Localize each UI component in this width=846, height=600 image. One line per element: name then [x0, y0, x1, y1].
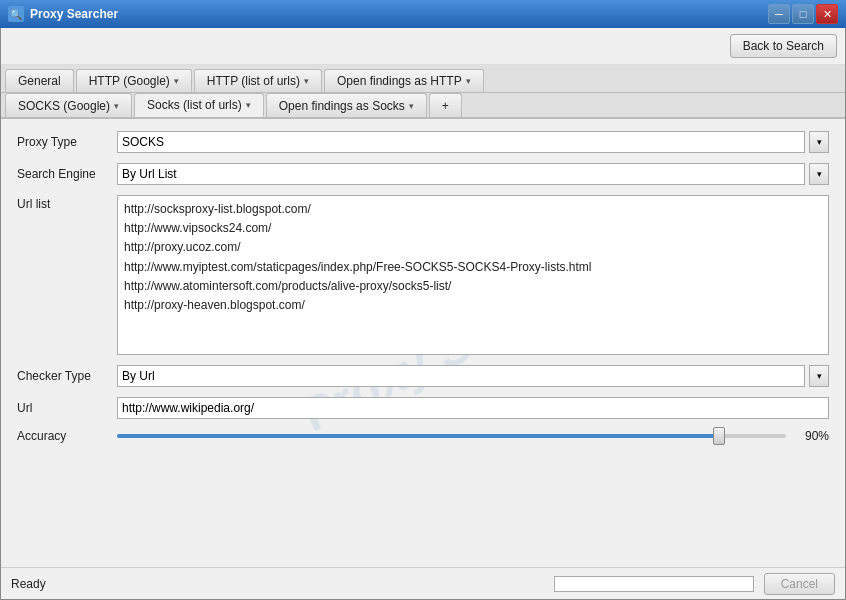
slider-track	[117, 434, 719, 438]
list-item: http://www.myiptest.com/staticpages/inde…	[124, 258, 822, 277]
maximize-button[interactable]: □	[792, 4, 814, 24]
url-list-row: Url list http://socksproxy-list.blogspot…	[17, 195, 829, 355]
list-item: http://proxy-heaven.blogspot.com/	[124, 296, 822, 315]
status-text: Ready	[11, 577, 46, 591]
list-item: http://proxy.ucoz.com/	[124, 238, 822, 257]
checker-type-select[interactable]: By Url By Speed None	[117, 365, 805, 387]
accuracy-row: Accuracy 90%	[17, 429, 829, 443]
close-button[interactable]: ✕	[816, 4, 838, 24]
list-item: http://www.vipsocks24.com/	[124, 219, 822, 238]
accuracy-value: 90%	[794, 429, 829, 443]
tab-http-google-arrow: ▾	[174, 76, 179, 86]
list-item: http://www.atomintersoft.com/products/al…	[124, 277, 822, 296]
tab-socks-urls[interactable]: Socks (list of urls) ▾	[134, 93, 264, 117]
tab-http-google[interactable]: HTTP (Google) ▾	[76, 69, 192, 92]
tab-open-socks[interactable]: Open findings as Socks ▾	[266, 93, 427, 117]
proxy-type-row: Proxy Type SOCKS HTTP HTTPS ▾	[17, 131, 829, 153]
title-bar-title: Proxy Searcher	[30, 7, 118, 21]
progress-bar	[554, 576, 754, 592]
list-item: http://socksproxy-list.blogspot.com/	[124, 200, 822, 219]
title-bar: 🔍 Proxy Searcher ─ □ ✕	[0, 0, 846, 28]
url-list-label: Url list	[17, 195, 117, 211]
cancel-button[interactable]: Cancel	[764, 573, 835, 595]
tab-plus[interactable]: +	[429, 93, 462, 117]
search-engine-select[interactable]: By Url List Google Bing	[117, 163, 805, 185]
slider-thumb[interactable]	[713, 427, 725, 445]
tab-open-http-arrow: ▾	[466, 76, 471, 86]
tab-socks-google-arrow: ▾	[114, 101, 119, 111]
proxy-type-label: Proxy Type	[17, 135, 117, 149]
back-to-search-button[interactable]: Back to Search	[730, 34, 837, 58]
checker-type-label: Checker Type	[17, 369, 117, 383]
search-engine-extra-arrow[interactable]: ▾	[809, 163, 829, 185]
tab-http-urls-arrow: ▾	[304, 76, 309, 86]
search-engine-row: Search Engine By Url List Google Bing ▾	[17, 163, 829, 185]
accuracy-label: Accuracy	[17, 429, 117, 443]
tab-socks-urls-arrow: ▾	[246, 100, 251, 110]
proxy-type-extra-arrow[interactable]: ▾	[809, 131, 829, 153]
accuracy-slider[interactable]	[117, 434, 786, 438]
minimize-button[interactable]: ─	[768, 4, 790, 24]
tab-http-urls[interactable]: HTTP (list of urls) ▾	[194, 69, 322, 92]
tabs-row2: SOCKS (Google) ▾ Socks (list of urls) ▾ …	[1, 93, 845, 119]
toolbar: Back to Search	[1, 28, 845, 65]
tabs-row1: General HTTP (Google) ▾ HTTP (list of ur…	[1, 65, 845, 93]
checker-type-row: Checker Type By Url By Speed None ▾	[17, 365, 829, 387]
tab-socks-google[interactable]: SOCKS (Google) ▾	[5, 93, 132, 117]
url-label: Url	[17, 401, 117, 415]
url-input[interactable]	[117, 397, 829, 419]
tab-open-socks-arrow: ▾	[409, 101, 414, 111]
tab-open-http[interactable]: Open findings as HTTP ▾	[324, 69, 484, 92]
status-bar: Ready Cancel	[1, 567, 845, 599]
title-bar-icon: 🔍	[8, 6, 24, 22]
tab-general[interactable]: General	[5, 69, 74, 92]
content-area: Proxy Searcher Proxy Type SOCKS HTTP HTT…	[1, 119, 845, 567]
url-list-box[interactable]: http://socksproxy-list.blogspot.com/ htt…	[117, 195, 829, 355]
proxy-type-select[interactable]: SOCKS HTTP HTTPS	[117, 131, 805, 153]
url-row: Url	[17, 397, 829, 419]
checker-type-extra-arrow[interactable]: ▾	[809, 365, 829, 387]
search-engine-label: Search Engine	[17, 167, 117, 181]
